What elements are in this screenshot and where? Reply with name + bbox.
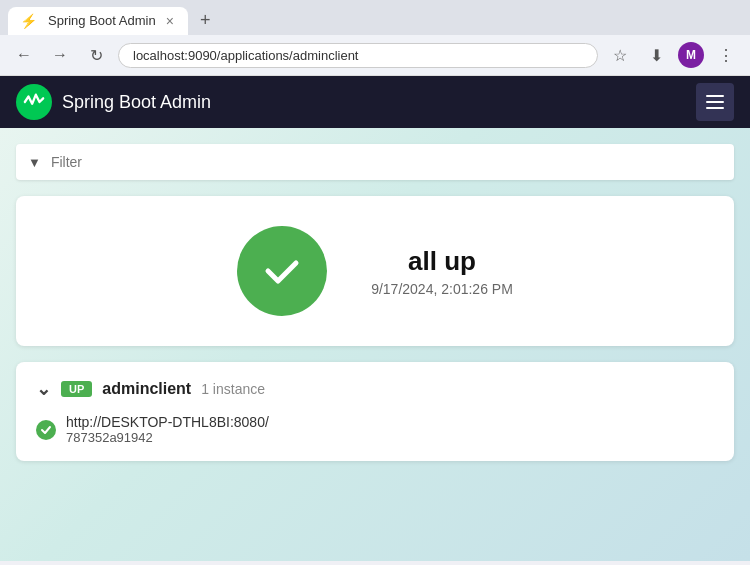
instance-count: 1 instance bbox=[201, 381, 265, 397]
brand-logo bbox=[16, 84, 52, 120]
filter-icon: ▼ bbox=[28, 155, 41, 170]
status-title: all up bbox=[371, 246, 513, 277]
status-timestamp: 9/17/2024, 2:01:26 PM bbox=[371, 281, 513, 297]
status-icon-circle bbox=[237, 226, 327, 316]
app-content: Spring Boot Admin ▼ all up bbox=[0, 76, 750, 561]
instance-url-row: http://DESKTOP-DTHL8BI:8080/ 787352a9194… bbox=[36, 414, 714, 445]
navbar: Spring Boot Admin bbox=[0, 76, 750, 128]
download-button[interactable]: ⬇ bbox=[642, 41, 670, 69]
instance-header: ⌄ UP adminclient 1 instance bbox=[36, 378, 714, 400]
tab-title: Spring Boot Admin bbox=[48, 13, 156, 28]
browser-chrome: ⚡ Spring Boot Admin × + ← → ↻ localhost:… bbox=[0, 0, 750, 76]
new-tab-button[interactable]: + bbox=[192, 6, 219, 35]
address-bar[interactable]: localhost:9090/applications/adminclient bbox=[118, 43, 598, 68]
navbar-menu-button[interactable] bbox=[696, 83, 734, 121]
navbar-brand: Spring Boot Admin bbox=[16, 84, 211, 120]
more-button[interactable]: ⋮ bbox=[712, 41, 740, 69]
brand-title: Spring Boot Admin bbox=[62, 92, 211, 113]
brand-logo-icon bbox=[23, 91, 45, 113]
profile-button[interactable]: M bbox=[678, 42, 704, 68]
url-check-icon bbox=[40, 424, 52, 436]
url-status-dot bbox=[36, 420, 56, 440]
status-info: all up 9/17/2024, 2:01:26 PM bbox=[371, 246, 513, 297]
tab-close-button[interactable]: × bbox=[164, 13, 176, 29]
checkmark-icon bbox=[258, 247, 306, 295]
hamburger-line-3 bbox=[706, 107, 724, 109]
bookmark-button[interactable]: ☆ bbox=[606, 41, 634, 69]
filter-bar: ▼ bbox=[16, 144, 734, 180]
browser-controls: ← → ↻ localhost:9090/applications/adminc… bbox=[0, 35, 750, 76]
back-button[interactable]: ← bbox=[10, 41, 38, 69]
chevron-down-icon[interactable]: ⌄ bbox=[36, 378, 51, 400]
tab-bar: ⚡ Spring Boot Admin × + bbox=[0, 0, 750, 35]
hamburger-line-2 bbox=[706, 101, 724, 103]
refresh-button[interactable]: ↻ bbox=[82, 41, 110, 69]
instance-url[interactable]: http://DESKTOP-DTHL8BI:8080/ bbox=[66, 414, 269, 430]
forward-button[interactable]: → bbox=[46, 41, 74, 69]
status-row: all up 9/17/2024, 2:01:26 PM bbox=[237, 226, 513, 316]
instance-name[interactable]: adminclient bbox=[102, 380, 191, 398]
active-tab[interactable]: ⚡ Spring Boot Admin × bbox=[8, 7, 188, 35]
browser-actions: ☆ ⬇ M ⋮ bbox=[606, 41, 740, 69]
main-area: ▼ all up 9/17/2024, 2:01:26 PM ⌄ bbox=[0, 128, 750, 561]
address-text: localhost:9090/applications/adminclient bbox=[133, 48, 583, 63]
filter-input[interactable] bbox=[51, 144, 722, 180]
status-card: all up 9/17/2024, 2:01:26 PM bbox=[16, 196, 734, 346]
tab-favicon: ⚡ bbox=[20, 13, 36, 29]
hamburger-line-1 bbox=[706, 95, 724, 97]
instance-id: 787352a91942 bbox=[66, 430, 269, 445]
instance-card: ⌄ UP adminclient 1 instance http://DESKT… bbox=[16, 362, 734, 461]
url-info: http://DESKTOP-DTHL8BI:8080/ 787352a9194… bbox=[66, 414, 269, 445]
up-badge: UP bbox=[61, 381, 92, 397]
